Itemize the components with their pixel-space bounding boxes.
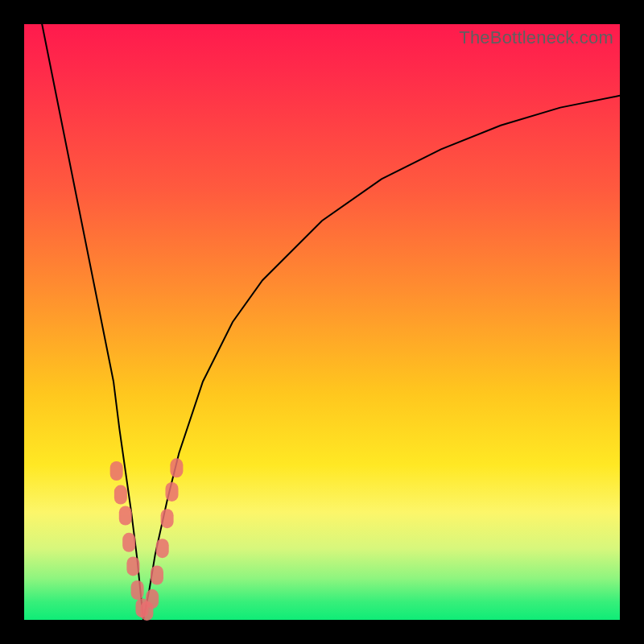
- marker-point: [156, 539, 169, 558]
- plot-area: TheBottleneck.com: [24, 24, 620, 620]
- marker-point: [170, 458, 183, 477]
- marker-point: [110, 461, 123, 481]
- marker-point: [146, 589, 159, 609]
- marker-point: [131, 580, 144, 600]
- marker-point: [166, 482, 179, 502]
- chart-canvas: TheBottleneck.com: [0, 0, 644, 644]
- marker-point: [119, 506, 132, 526]
- marker-point: [161, 509, 174, 528]
- marker-point: [114, 485, 127, 505]
- bottleneck-curve: [24, 24, 620, 620]
- marker-point: [126, 556, 139, 576]
- marker-point: [122, 533, 135, 552]
- curve-left-branch: [42, 24, 143, 620]
- marker-point: [151, 566, 163, 585]
- marker-cluster: [110, 458, 184, 621]
- curve-right-branch: [143, 96, 620, 620]
